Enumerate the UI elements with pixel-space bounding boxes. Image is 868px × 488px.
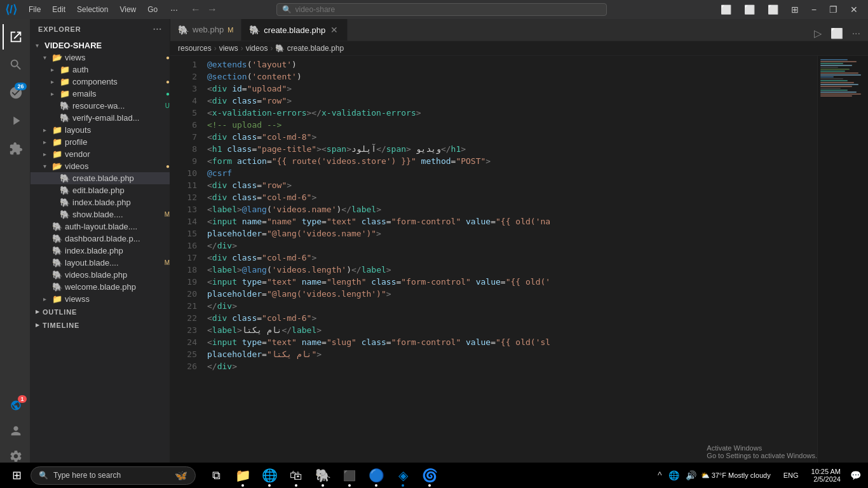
code-content[interactable]: @extends('layout') @section('content') <… bbox=[202, 56, 817, 474]
line-num-9: 9 bbox=[170, 155, 197, 167]
outline-section[interactable]: ▸ OUTLINE bbox=[31, 305, 170, 318]
file-icon: 🐘 bbox=[52, 270, 62, 280]
menu-go[interactable]: Go bbox=[142, 4, 163, 15]
explorer-actions[interactable]: ··· bbox=[153, 24, 162, 34]
tree-vendor-folder[interactable]: ▸ 📁 vendor bbox=[31, 148, 170, 160]
breadcrumb-views[interactable]: views bbox=[219, 44, 238, 53]
close-button[interactable]: ✕ bbox=[845, 2, 863, 17]
breadcrumb-sep-3: › bbox=[270, 44, 273, 53]
menu-file[interactable]: File bbox=[24, 4, 46, 15]
taskbar-vscode[interactable]: ◈ bbox=[390, 463, 416, 488]
activity-explorer[interactable] bbox=[3, 24, 28, 50]
app-active-indicator bbox=[402, 484, 404, 487]
tree-edit-blade-file[interactable]: 🐘 edit.blade.php bbox=[31, 184, 170, 196]
code-editor: 1 2 3 4 5 6 7 8 9 10 11 12 13 14 15 16 1… bbox=[170, 56, 868, 474]
taskbar-apps: ⧉ 📁 🌐 🛍 🐘 ⬛ 🔵 ◈ 🌀 bbox=[203, 463, 442, 488]
tree-components-folder[interactable]: ▸ 📁 components ● bbox=[31, 76, 170, 88]
restore-button[interactable]: ❐ bbox=[824, 2, 843, 17]
tab-web-php-label: web.php bbox=[193, 25, 224, 34]
app-active-indicator bbox=[241, 484, 244, 487]
line-numbers: 1 2 3 4 5 6 7 8 9 10 11 12 13 14 15 16 1… bbox=[170, 56, 202, 474]
tree-profile-folder[interactable]: ▸ 📁 profile bbox=[31, 136, 170, 148]
code-line-14: <input name="name" type="text" class="fo… bbox=[202, 215, 817, 227]
menu-view[interactable]: View bbox=[114, 4, 141, 15]
tree-dashboard-file[interactable]: 🐘 dashboard.blade.p... bbox=[31, 233, 170, 245]
toggle-panel-button[interactable]: ⬜ bbox=[739, 2, 760, 17]
menu-more[interactable]: ··· bbox=[166, 3, 182, 16]
activity-account[interactable] bbox=[3, 418, 28, 444]
taskbar-edge[interactable]: 🌐 bbox=[257, 463, 282, 488]
nav-forward-button[interactable]: → bbox=[205, 4, 220, 15]
start-button[interactable]: ⊞ bbox=[5, 464, 28, 487]
tree-index-file[interactable]: 🐘 index.blade.php bbox=[31, 245, 170, 257]
more-actions-button[interactable]: ··· bbox=[850, 27, 863, 41]
tree-layout-file[interactable]: 🐘 layout.blade.... M bbox=[31, 257, 170, 269]
split-editor-button[interactable]: ⬜ bbox=[828, 26, 846, 41]
tab-web-php[interactable]: 🐘 web.php M bbox=[170, 19, 241, 41]
nav-back-button[interactable]: ← bbox=[188, 4, 203, 15]
line-num-23: 23 bbox=[170, 324, 197, 336]
tree-root[interactable]: ▾ VIDEO-SHARE bbox=[31, 39, 170, 51]
tree-layouts-folder[interactable]: ▸ 📁 layouts bbox=[31, 124, 170, 136]
tree-welcome-file[interactable]: 🐘 welcome.blade.php bbox=[31, 281, 170, 293]
line-num-6: 6 bbox=[170, 119, 197, 131]
tab-create-blade[interactable]: 🐘 create.blade.php ✕ bbox=[241, 19, 348, 41]
line-num-11: 11 bbox=[170, 179, 197, 191]
tree-emails-folder[interactable]: ▸ 📁 emails ● bbox=[31, 88, 170, 100]
folder-icon: 📁 bbox=[52, 294, 62, 304]
tree-views-folder[interactable]: ▾ 📂 views ● bbox=[31, 51, 170, 64]
explorer-title: EXPLORER bbox=[38, 25, 81, 33]
line-num-10: 10 bbox=[170, 167, 197, 179]
tree-auth-folder[interactable]: ▸ 📁 auth bbox=[31, 64, 170, 76]
tree-show-blade-file[interactable]: 🐘 show.blade.... M bbox=[31, 208, 170, 220]
tree-viewss-folder[interactable]: ▸ 📁 viewss bbox=[31, 293, 170, 305]
taskbar-chrome[interactable]: 🔵 bbox=[363, 463, 389, 488]
breadcrumb-videos[interactable]: videos bbox=[246, 44, 268, 53]
taskbar-store[interactable]: 🛍 bbox=[283, 463, 309, 488]
tree-videos-folder[interactable]: ▾ 📂 videos ● bbox=[31, 160, 170, 172]
taskbar-file-explorer[interactable]: 📁 bbox=[230, 463, 255, 488]
activity-search[interactable] bbox=[3, 52, 28, 78]
code-line-18: <label>@lang('videos.length')</label> bbox=[202, 264, 817, 276]
tree-verify-email-file[interactable]: 🐘 verify-email.blad... bbox=[31, 112, 170, 124]
run-code-button[interactable]: ▷ bbox=[811, 26, 824, 41]
tree-index-blade-file[interactable]: 🐘 index.blade.php bbox=[31, 196, 170, 208]
tree-auth-layout-file[interactable]: 🐘 auth-layout.blade.... bbox=[31, 220, 170, 233]
line-num-21: 21 bbox=[170, 300, 197, 312]
taskbar-browser2[interactable]: 🌀 bbox=[417, 463, 442, 488]
network-icon[interactable]: 🌐 bbox=[667, 469, 681, 482]
taskbar-cmd[interactable]: ⬛ bbox=[337, 463, 362, 488]
activity-source-control[interactable]: 26 bbox=[3, 80, 28, 105]
language-indicator[interactable]: ENG bbox=[778, 471, 804, 479]
code-line-19: <input type="text" name="length" class="… bbox=[202, 276, 817, 288]
file-icon: 🐘 bbox=[60, 173, 70, 183]
minimize-button[interactable]: − bbox=[806, 2, 822, 17]
tab-close-button[interactable]: ✕ bbox=[329, 25, 339, 35]
timeline-section[interactable]: ▸ TIMELINE bbox=[31, 318, 170, 332]
activity-extensions[interactable] bbox=[3, 136, 28, 161]
menu-edit[interactable]: Edit bbox=[47, 4, 71, 15]
breadcrumb-file[interactable]: 🐘 create.blade.php bbox=[275, 44, 344, 53]
speaker-icon[interactable]: 🔊 bbox=[684, 469, 698, 482]
taskbar-task-view[interactable]: ⧉ bbox=[203, 463, 229, 488]
layout-button[interactable]: ⊞ bbox=[786, 2, 804, 17]
tray-arrow[interactable]: ^ bbox=[656, 469, 664, 482]
code-line-1: @extends('layout') bbox=[202, 58, 817, 71]
tree-videos-blade-file[interactable]: 🐘 videos.blade.php bbox=[31, 269, 170, 281]
activity-remote[interactable]: 1 bbox=[3, 393, 28, 418]
taskbar-xampp[interactable]: 🐘 bbox=[310, 463, 336, 488]
tree-create-blade-file[interactable]: 🐘 create.blade.php bbox=[31, 172, 170, 184]
taskbar-clock[interactable]: 10:25 AM 2/5/2024 bbox=[806, 468, 846, 483]
breadcrumb-resources[interactable]: resources bbox=[178, 44, 212, 53]
toggle-sidebar-button[interactable]: ⬜ bbox=[715, 2, 736, 17]
menu-selection[interactable]: Selection bbox=[72, 4, 113, 15]
activity-run[interactable] bbox=[3, 108, 28, 133]
split-editor-button[interactable]: ⬜ bbox=[763, 2, 783, 17]
clock-time: 10:25 AM bbox=[811, 468, 841, 475]
global-search[interactable]: 🔍 bbox=[276, 3, 607, 16]
tree-resource-file[interactable]: 🐘 resource-wa... U bbox=[31, 100, 170, 112]
notification-button[interactable]: 💬 bbox=[848, 469, 863, 482]
editor-area: 🐘 web.php M 🐘 create.blade.php ✕ ▷ ⬜ ···… bbox=[170, 19, 868, 474]
taskbar-search[interactable]: 🔍 Type here to search 🦋 bbox=[31, 466, 196, 485]
search-input[interactable] bbox=[295, 5, 601, 14]
